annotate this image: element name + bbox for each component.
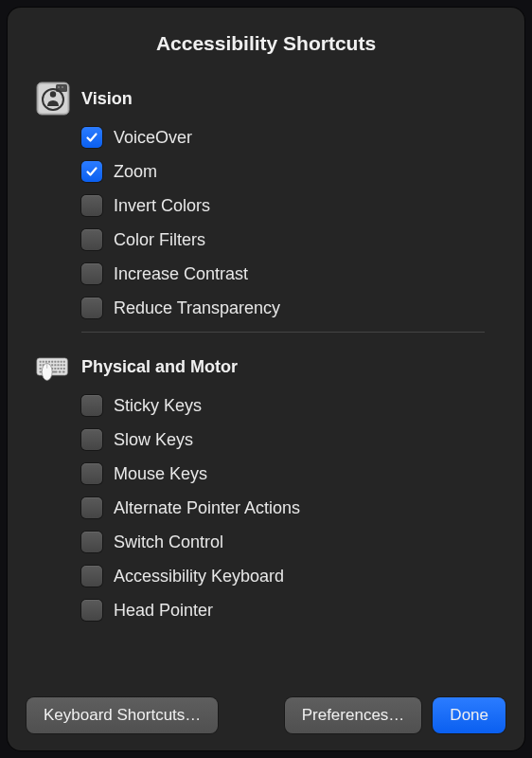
checkbox[interactable] <box>81 463 102 484</box>
svg-rect-22 <box>61 364 62 366</box>
checkbox[interactable] <box>81 298 102 318</box>
svg-rect-37 <box>62 371 65 373</box>
option-label: Increase Contrast <box>114 264 248 284</box>
svg-rect-33 <box>40 371 43 373</box>
checkbox[interactable] <box>81 161 102 182</box>
section-vision-title: Vision <box>81 89 133 109</box>
option-row: Increase Contrast <box>81 263 505 284</box>
checkbox[interactable] <box>81 497 102 518</box>
option-row: Color Filters <box>81 229 505 250</box>
section-physical-title: Physical and Motor <box>81 357 238 377</box>
svg-rect-6 <box>40 361 42 363</box>
svg-rect-7 <box>43 361 44 363</box>
checkbox[interactable] <box>81 127 102 148</box>
footer-buttons: Keyboard Shortcuts… Preferences… Done <box>27 686 505 733</box>
svg-rect-29 <box>54 368 56 370</box>
svg-rect-19 <box>51 364 53 366</box>
svg-rect-32 <box>63 368 65 370</box>
option-label: Mouse Keys <box>114 464 207 484</box>
checkbox[interactable] <box>81 532 102 552</box>
preferences-button[interactable]: Preferences… <box>285 697 422 733</box>
option-label: Switch Control <box>114 532 223 552</box>
option-row: Reduce Transparency <box>81 298 505 318</box>
physical-motor-icon <box>36 350 70 384</box>
section-physical-header: Physical and Motor <box>36 350 505 384</box>
svg-rect-36 <box>59 371 62 373</box>
checkbox[interactable] <box>81 195 102 216</box>
svg-rect-15 <box>40 364 42 366</box>
option-row: Invert Colors <box>81 195 505 216</box>
option-label: VoiceOver <box>114 128 192 148</box>
option-label: Color Filters <box>114 230 205 250</box>
section-vision: Vision VoiceOverZoomInvert ColorsColor F… <box>36 81 505 318</box>
option-label: Alternate Pointer Actions <box>114 498 300 518</box>
option-label: Sticky Keys <box>114 396 202 416</box>
svg-rect-14 <box>63 361 65 363</box>
svg-rect-9 <box>48 361 50 363</box>
done-button[interactable]: Done <box>433 697 505 733</box>
checkbox[interactable] <box>81 429 102 450</box>
svg-rect-11 <box>54 361 56 363</box>
panel-title: Accessibility Shortcuts <box>27 32 505 55</box>
option-row: Mouse Keys <box>81 463 505 484</box>
content-area: Vision VoiceOverZoomInvert ColorsColor F… <box>27 81 505 686</box>
svg-rect-23 <box>63 364 65 366</box>
option-row: Switch Control <box>81 532 505 552</box>
svg-rect-8 <box>45 361 47 363</box>
svg-rect-30 <box>58 368 60 370</box>
option-row: Head Pointer <box>81 600 505 621</box>
accessibility-shortcuts-panel: Accessibility Shortcuts Vision <box>8 8 524 750</box>
svg-rect-31 <box>61 368 62 370</box>
physical-option-list: Sticky KeysSlow KeysMouse KeysAlternate … <box>81 395 505 621</box>
section-vision-header: Vision <box>36 81 505 116</box>
option-row: Alternate Pointer Actions <box>81 497 505 518</box>
option-row: VoiceOver <box>81 127 505 148</box>
option-label: Accessibility Keyboard <box>114 567 284 587</box>
option-label: Invert Colors <box>114 196 210 216</box>
vision-option-list: VoiceOverZoomInvert ColorsColor FiltersI… <box>81 127 505 318</box>
svg-rect-24 <box>40 368 42 370</box>
keyboard-shortcuts-button[interactable]: Keyboard Shortcuts… <box>27 697 218 733</box>
checkbox[interactable] <box>81 395 102 416</box>
option-label: Zoom <box>114 162 157 182</box>
svg-rect-21 <box>58 364 60 366</box>
svg-rect-10 <box>51 361 53 363</box>
svg-point-4 <box>50 91 56 97</box>
section-physical: Physical and Motor Sticky KeysSlow KeysM… <box>36 350 505 621</box>
checkbox[interactable] <box>81 263 102 284</box>
option-label: Slow Keys <box>114 430 193 450</box>
svg-rect-20 <box>54 364 56 366</box>
option-label: Head Pointer <box>114 601 213 621</box>
vision-icon <box>36 81 70 116</box>
option-row: Slow Keys <box>81 429 505 450</box>
checkbox[interactable] <box>81 600 102 621</box>
section-divider <box>81 332 485 333</box>
checkbox[interactable] <box>81 229 102 250</box>
svg-rect-13 <box>61 361 62 363</box>
checkbox[interactable] <box>81 566 102 587</box>
option-row: Accessibility Keyboard <box>81 566 505 587</box>
option-label: Reduce Transparency <box>114 298 280 318</box>
option-row: Zoom <box>81 161 505 182</box>
svg-rect-12 <box>58 361 60 363</box>
option-row: Sticky Keys <box>81 395 505 416</box>
